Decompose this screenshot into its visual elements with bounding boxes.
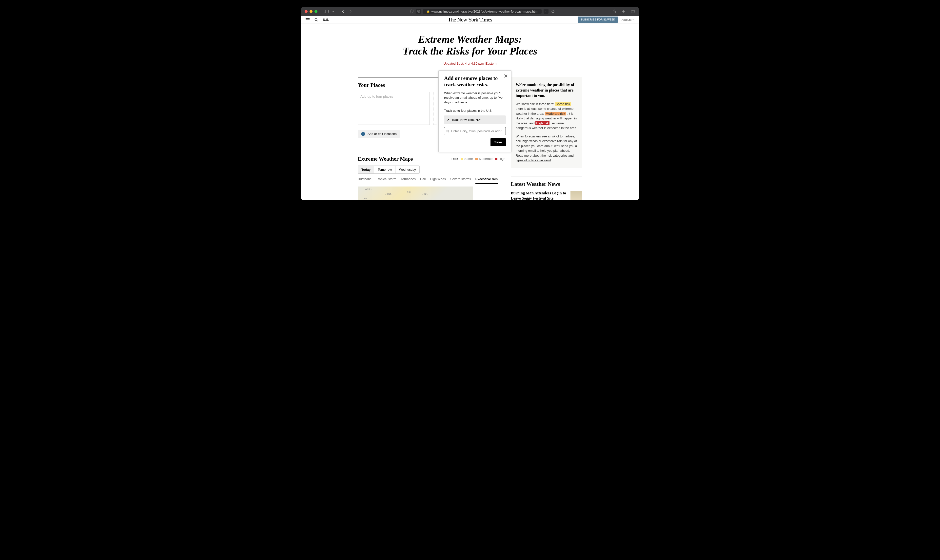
hazard-tab[interactable]: Tropical storm (376, 177, 396, 184)
reader-icon[interactable] (416, 9, 421, 14)
new-tab-icon[interactable] (621, 9, 626, 14)
article-timestamp: Updated Sept. 4 at 4:30 p.m. Eastern (301, 62, 639, 65)
svg-text:ᴬA: ᴬA (545, 11, 546, 12)
menu-icon[interactable] (306, 18, 310, 21)
subscribe-button[interactable]: SUBSCRIBE FOR $1/WEEK (578, 17, 618, 23)
weather-map[interactable]: WASH. MONT. N.D. MINN. ORE. (358, 186, 473, 200)
info-box: We're monitoring the possibility of extr… (511, 77, 582, 168)
shield-icon[interactable] (409, 9, 414, 14)
save-button[interactable]: Save (490, 138, 506, 146)
sidebar-toggle-icon[interactable] (324, 9, 329, 14)
translate-icon[interactable]: ᴬA (544, 9, 549, 14)
back-button[interactable] (341, 9, 345, 14)
day-tab-wednesday[interactable]: Wednesday (395, 166, 419, 174)
svg-rect-0 (324, 10, 328, 13)
place-slot[interactable]: Add up to four places (358, 92, 430, 125)
modal-description: When extreme weather is possible you'll … (444, 91, 506, 105)
maps-title: Extreme Weather Maps (358, 156, 413, 162)
window-close-button[interactable] (305, 10, 308, 13)
risk-badge-moderate: Moderate risk (545, 112, 566, 115)
account-link[interactable]: Account (621, 18, 634, 21)
add-places-modal: Add or remove places to track weather ri… (438, 70, 512, 152)
hazard-tab[interactable]: High winds (430, 177, 446, 184)
hazard-tabs: Hurricane Tropical storm Tornadoes Hail … (358, 177, 505, 184)
modal-title: Add or remove places to track weather ri… (444, 75, 506, 88)
hazard-tab[interactable]: Severe storms (450, 177, 471, 184)
site-header: U.S. The New York Times SUBSCRIBE FOR $1… (301, 16, 639, 23)
news-headline: Burning Man Attendees Begin to Leave Sog… (511, 191, 567, 200)
news-item[interactable]: Burning Man Attendees Begin to Leave Sog… (511, 191, 582, 200)
day-tab-tomorrow[interactable]: Tomorrow (374, 166, 396, 174)
window-maximize-button[interactable] (314, 10, 317, 13)
share-icon[interactable] (612, 9, 616, 14)
tracked-place-row[interactable]: ✔ Track New York, N.Y. (444, 115, 506, 124)
hazard-tab[interactable]: Tornadoes (401, 177, 416, 184)
risk-badge-high: High risk (535, 122, 550, 125)
url-text: www.nytimes.com/interactive/2023/us/extr… (431, 9, 538, 13)
city-input[interactable] (444, 127, 506, 135)
svg-line-11 (448, 132, 449, 132)
browser-toolbar: 🔒 www.nytimes.com/interactive/2023/us/ex… (301, 7, 639, 16)
add-locations-button[interactable]: + Add or edit locations (358, 130, 400, 138)
search-icon (446, 130, 449, 133)
plus-icon: + (361, 132, 365, 136)
hazard-tab[interactable]: Excessive rain (475, 177, 498, 184)
window-minimize-button[interactable] (310, 10, 313, 13)
url-bar[interactable]: 🔒 www.nytimes.com/interactive/2023/us/ex… (423, 9, 542, 14)
chevron-down-icon[interactable] (331, 9, 336, 14)
day-tabs: Today Tomorrow Wednesday (358, 166, 505, 174)
section-label[interactable]: U.S. (323, 18, 329, 22)
svg-rect-7 (631, 11, 634, 13)
info-title: We're monitoring the possibility of extr… (516, 82, 577, 98)
forward-button[interactable] (348, 9, 353, 14)
checkmark-icon: ✔ (447, 118, 450, 122)
tabs-icon[interactable] (630, 9, 635, 14)
svg-point-8 (315, 18, 317, 20)
hazard-tab[interactable]: Hurricane (358, 177, 371, 184)
news-title: Latest Weather News (511, 181, 582, 187)
search-icon[interactable] (314, 18, 318, 22)
article-headline: Extreme Weather Maps: Track the Risks fo… (301, 33, 639, 57)
close-icon[interactable] (504, 74, 508, 78)
svg-point-10 (447, 130, 448, 132)
info-text: We show risk in three tiers: Some risk ,… (516, 102, 577, 163)
svg-line-9 (317, 20, 318, 21)
nyt-logo[interactable]: The New York Times (448, 17, 492, 23)
lock-icon: 🔒 (427, 10, 430, 13)
risk-badge-some: Some risk (555, 102, 571, 106)
news-thumbnail (570, 191, 582, 200)
chevron-down-icon (632, 19, 634, 20)
reload-icon[interactable] (550, 9, 555, 14)
day-tab-today[interactable]: Today (358, 166, 374, 174)
risk-legend: Risk Some Moderate High (452, 157, 505, 161)
hazard-tab[interactable]: Hail (420, 177, 425, 184)
modal-subtitle: Track up to four places in the U.S. (444, 109, 506, 112)
